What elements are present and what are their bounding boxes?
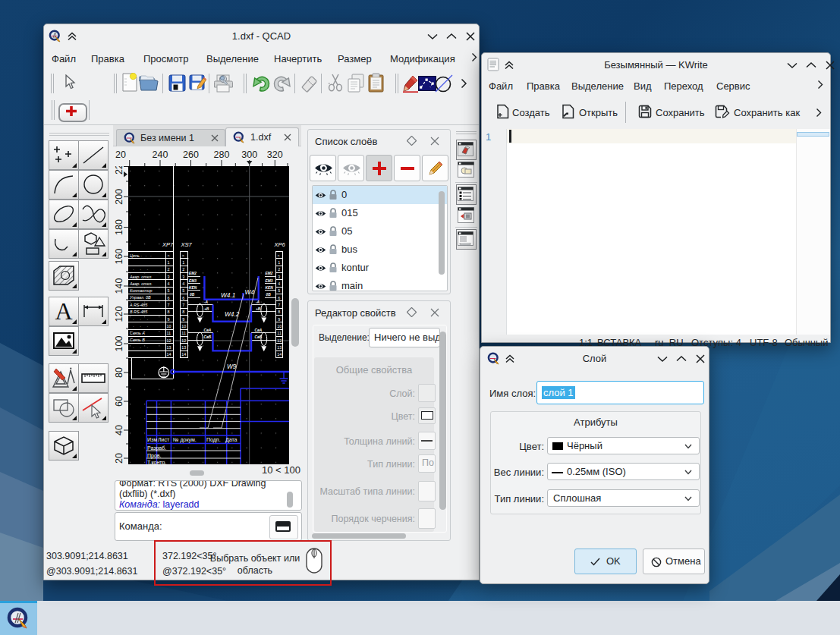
svg-text:8: 8 bbox=[278, 310, 280, 314]
svg-text:Авар. откл.: Авар. откл. bbox=[129, 281, 153, 286]
svg-text:5: 5 bbox=[182, 288, 184, 293]
svg-text:1: 1 bbox=[168, 260, 170, 265]
svg-text:Цепь · · ·: Цепь · · · bbox=[130, 253, 152, 258]
svg-text:>: > bbox=[182, 253, 184, 258]
svg-text:14: 14 bbox=[277, 352, 282, 357]
svg-text:EM2: EM2 bbox=[189, 272, 197, 275]
svg-text:Изм: Изм bbox=[147, 437, 157, 442]
svg-text:120: 120 bbox=[114, 306, 124, 322]
svg-text:0B: 0B bbox=[266, 293, 272, 297]
svg-text:160: 160 bbox=[114, 249, 124, 265]
svg-text:5: 5 bbox=[168, 288, 170, 293]
svg-text:6: 6 bbox=[278, 296, 280, 300]
svg-text:1: 1 bbox=[182, 260, 184, 265]
svg-text:4: 4 bbox=[168, 281, 170, 286]
svg-text:Т.контр.: Т.контр. bbox=[147, 460, 166, 464]
svg-text:6: 6 bbox=[182, 296, 184, 300]
svg-text:W4: W4 bbox=[245, 288, 255, 296]
svg-text:-A: -A bbox=[256, 300, 260, 304]
svg-text:СвБ: СвБ bbox=[255, 335, 263, 339]
svg-text:· · ·: · · · bbox=[133, 317, 149, 322]
svg-text:B RS-485: B RS-485 bbox=[130, 310, 148, 314]
svg-text:0B: 0B bbox=[190, 293, 195, 297]
svg-text:260: 260 bbox=[183, 149, 199, 160]
svg-text:5: 5 bbox=[278, 288, 280, 293]
svg-text:EM3: EM3 bbox=[266, 279, 273, 283]
svg-text:14: 14 bbox=[181, 352, 186, 357]
svg-text:100: 100 bbox=[114, 336, 124, 352]
svg-text:11: 11 bbox=[167, 331, 171, 335]
svg-text:KEN: KEN bbox=[266, 286, 274, 290]
svg-text:W9: W9 bbox=[227, 363, 237, 370]
svg-text:EM2: EM2 bbox=[266, 272, 273, 275]
svg-text:200: 200 bbox=[114, 189, 124, 205]
svg-text:10: 10 bbox=[277, 324, 282, 329]
svg-text:Подп.: Подп. bbox=[206, 437, 221, 443]
svg-text:2: 2 bbox=[278, 267, 280, 272]
svg-text:3: 3 bbox=[278, 275, 280, 279]
svg-text:A: A bbox=[55, 297, 72, 325]
svg-text:W4.2: W4.2 bbox=[225, 310, 240, 318]
svg-text:180: 180 bbox=[114, 219, 124, 235]
svg-text:7: 7 bbox=[278, 303, 280, 307]
svg-text:3: 3 bbox=[182, 275, 184, 279]
svg-text:№ докум.: № докум. bbox=[173, 437, 197, 443]
svg-text:XS7: XS7 bbox=[181, 241, 193, 248]
svg-text:1: 1 bbox=[278, 260, 280, 265]
svg-text:· · ·: · · · bbox=[133, 345, 149, 350]
svg-text:· · ·: · · · bbox=[133, 267, 149, 272]
svg-text:9: 9 bbox=[182, 317, 184, 322]
svg-text:7: 7 bbox=[168, 303, 170, 307]
svg-text:+B: +B bbox=[256, 307, 261, 311]
svg-text:4: 4 bbox=[182, 281, 184, 286]
svg-text:13: 13 bbox=[277, 345, 282, 350]
svg-text:13: 13 bbox=[181, 345, 186, 350]
svg-text:14: 14 bbox=[167, 352, 171, 357]
svg-text:+B: +B bbox=[204, 307, 209, 311]
svg-text:8: 8 bbox=[168, 310, 170, 314]
svg-text:240: 240 bbox=[153, 149, 168, 160]
svg-text:KEN: KEN bbox=[189, 286, 197, 290]
svg-text:СвБ: СвБ bbox=[204, 335, 212, 339]
svg-text:13: 13 bbox=[167, 345, 171, 350]
svg-text:280: 280 bbox=[214, 149, 230, 160]
svg-text:XP7: XP7 bbox=[162, 241, 174, 248]
svg-text:3: 3 bbox=[168, 275, 170, 279]
svg-text:22: 22 bbox=[114, 166, 124, 174]
svg-text:11: 11 bbox=[277, 331, 282, 335]
svg-text:10: 10 bbox=[167, 324, 171, 329]
svg-text:Связь В: Связь В bbox=[130, 338, 145, 342]
svg-text:-A: -A bbox=[204, 300, 209, 304]
svg-text:W4.1: W4.1 bbox=[221, 291, 235, 299]
svg-text:>: > bbox=[278, 253, 280, 258]
svg-text:4: 4 bbox=[278, 281, 280, 286]
svg-text:8: 8 bbox=[182, 310, 184, 314]
svg-text:9: 9 bbox=[168, 317, 170, 322]
svg-text:40: 40 bbox=[114, 425, 124, 435]
svg-text:Контактор: Контактор bbox=[130, 288, 153, 293]
svg-text:140: 140 bbox=[114, 278, 124, 294]
svg-text:2: 2 bbox=[182, 267, 184, 272]
svg-text:A RS-485: A RS-485 bbox=[129, 303, 148, 307]
svg-text:10: 10 bbox=[181, 324, 186, 329]
svg-text:Авар. откл.: Авар. откл. bbox=[129, 275, 153, 279]
svg-text:9: 9 bbox=[278, 317, 280, 322]
svg-text:Пров.: Пров. bbox=[147, 453, 162, 459]
svg-text:Лист: Лист bbox=[158, 437, 170, 442]
svg-text:· · ·: · · · bbox=[133, 324, 149, 329]
svg-text:300: 300 bbox=[241, 149, 257, 160]
svg-text:Связь А: Связь А bbox=[130, 331, 145, 335]
svg-text:12: 12 bbox=[167, 338, 171, 343]
svg-text:20: 20 bbox=[114, 453, 124, 464]
svg-text:Управл. 0В: Управл. 0В bbox=[129, 295, 151, 300]
svg-text:EM3: EM3 bbox=[189, 279, 197, 283]
svg-text:2: 2 bbox=[168, 267, 170, 272]
svg-text:20: 20 bbox=[115, 149, 126, 160]
svg-text:60: 60 bbox=[114, 396, 124, 407]
svg-text:6: 6 bbox=[168, 296, 170, 300]
svg-text:>: > bbox=[168, 253, 170, 258]
svg-text:XP6: XP6 bbox=[274, 241, 286, 248]
svg-text:СвА: СвА bbox=[255, 329, 263, 332]
svg-text:12: 12 bbox=[181, 338, 186, 343]
svg-text:80: 80 bbox=[114, 367, 124, 378]
